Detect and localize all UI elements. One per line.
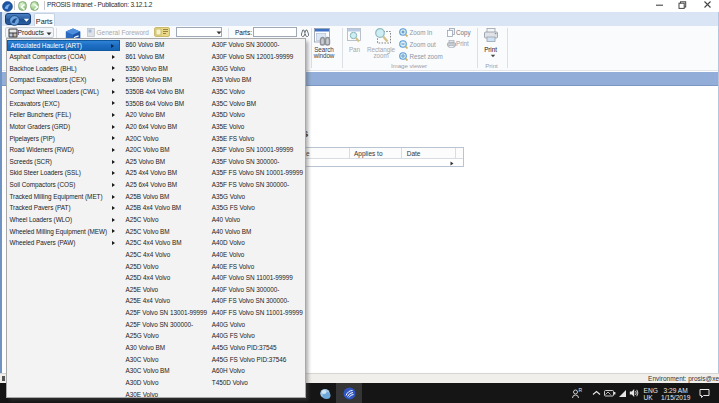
svg-text:R: R: [579, 388, 583, 393]
